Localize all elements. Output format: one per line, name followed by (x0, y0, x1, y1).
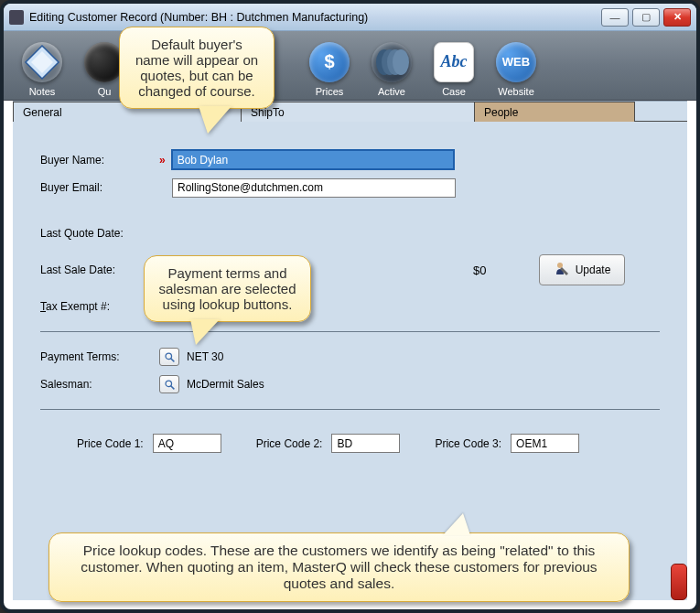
toolbar-website-label: Website (498, 86, 534, 97)
last-sale-amount: $0 (473, 263, 486, 277)
callout-price-codes: Price lookup codes. These are the custom… (48, 532, 630, 602)
tab-shipto[interactable]: ShipTo (242, 102, 475, 122)
divider-2 (40, 409, 660, 410)
tab-people[interactable]: People (475, 102, 635, 122)
callout-tail-icon (443, 513, 470, 535)
price-code-2-input[interactable] (331, 434, 400, 453)
window-controls: — ▢ ✕ (601, 8, 691, 27)
toolbar-website[interactable]: WEB Website (489, 35, 544, 97)
bottom-right-button-partial[interactable] (671, 564, 687, 600)
payment-terms-value: NET 30 (187, 350, 223, 363)
row-salesman: Salesman: McDermit Sales (40, 374, 660, 394)
label-price-code-3: Price Code 3: (435, 437, 501, 450)
callout-tail-icon (190, 319, 220, 345)
row-buyer-name: Buyer Name: » (40, 149, 660, 170)
label-salesman: Salesman: (40, 378, 159, 391)
dollar-icon: $ (309, 42, 350, 82)
toolbar-prices[interactable]: $ Prices (302, 35, 357, 97)
toolbar-active[interactable]: Active (364, 35, 419, 97)
svg-point-7 (166, 353, 172, 360)
row-last-quote: Last Quote Date: (40, 223, 660, 243)
update-label: Update (576, 263, 611, 276)
svg-point-5 (393, 49, 409, 75)
titlebar: Editing Customer Record (Number: BH : Du… (4, 4, 696, 31)
form-body: Buyer Name: » Buyer Email: Last Quote Da… (13, 122, 687, 471)
tab-strip: General ShipTo People (13, 102, 687, 122)
callout-buyer-name: Default buyer's name will appear on quot… (119, 27, 275, 109)
abc-icon: Abc (434, 42, 474, 82)
row-buyer-email: Buyer Email: (40, 177, 660, 198)
web-icon: WEB (496, 42, 536, 82)
label-buyer-email: Buyer Email: (40, 181, 159, 194)
toolbar-case[interactable]: Abc Case (426, 35, 481, 97)
callout-lookup-text: Payment terms and salesman are selected … (158, 265, 296, 312)
price-code-row: Price Code 1: Price Code 2: Price Code 3… (40, 425, 660, 462)
notes-icon (22, 42, 62, 82)
app-icon (9, 10, 24, 25)
row-tax-exempt: TTax Exempt #:ax Exempt #: (40, 296, 660, 317)
update-button[interactable]: Update (539, 254, 625, 285)
active-icon (372, 42, 412, 82)
buyer-email-input[interactable] (172, 178, 456, 198)
toolbar-prices-label: Prices (316, 86, 344, 97)
svg-line-10 (170, 385, 174, 389)
callout-tail-icon (199, 106, 232, 134)
divider-1 (40, 331, 660, 332)
label-price-code-2: Price Code 2: (256, 437, 323, 450)
toolbar-qu-label: Qu (98, 86, 112, 97)
window-title: Editing Customer Record (Number: BH : Du… (29, 11, 601, 24)
maximize-button[interactable]: ▢ (632, 8, 660, 27)
toolbar-notes-label: Notes (29, 86, 56, 97)
lookup-payment-terms[interactable] (159, 348, 179, 366)
toolbar-case-label: Case (442, 86, 466, 97)
minimize-button[interactable]: — (601, 8, 629, 27)
toolbar: Notes Qu $ Prices Active Abc Case WEB We… (4, 31, 696, 101)
window-frame: Editing Customer Record (Number: BH : Du… (0, 0, 700, 613)
close-button[interactable]: ✕ (663, 8, 691, 27)
label-payment-terms: Payment Terms: (40, 350, 159, 363)
label-price-code-1: Price Code 1: (77, 437, 144, 450)
row-payment-terms: Payment Terms: NET 30 (40, 347, 660, 367)
svg-point-9 (166, 381, 172, 387)
buyer-name-input[interactable] (171, 149, 455, 170)
price-code-3-input[interactable] (511, 434, 579, 453)
callout-buyer-name-text: Default buyer's name will appear on quot… (135, 37, 258, 99)
label-tax-exempt: TTax Exempt #:ax Exempt #: (40, 300, 159, 313)
toolbar-notes[interactable]: Notes (15, 35, 70, 97)
row-last-sale: Last Sale Date: $0 Update (40, 260, 660, 280)
lookup-salesman[interactable] (159, 375, 179, 393)
label-buyer-name: Buyer Name: (40, 154, 159, 167)
svg-line-8 (170, 358, 174, 361)
label-last-quote: Last Quote Date: (40, 227, 159, 240)
salesman-value: McDermit Sales (187, 378, 264, 391)
price-code-1-input[interactable] (153, 434, 221, 453)
content-area: General ShipTo People Buyer Name: » Buye… (13, 101, 687, 600)
label-last-sale: Last Sale Date: (40, 263, 159, 276)
callout-lookup: Payment terms and salesman are selected … (144, 255, 311, 322)
toolbar-active-label: Active (378, 86, 405, 97)
required-marker: » (159, 154, 166, 167)
callout-price-codes-text: Price lookup codes. These are the custom… (81, 543, 597, 591)
update-icon (554, 261, 570, 280)
